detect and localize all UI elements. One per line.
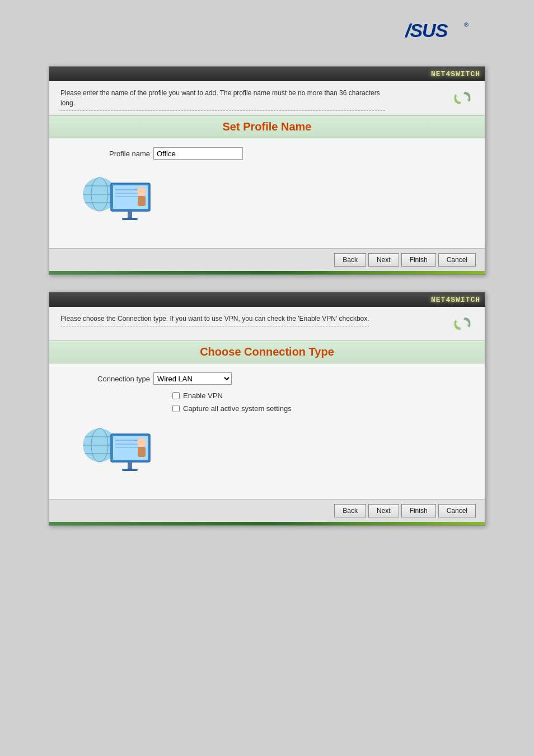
dialog1-section-header: Set Profile Name — [49, 115, 485, 138]
connection-type-row: Connection type Wired LAN Wireless LAN 3… — [60, 372, 474, 385]
titlebar-2-text: NET4SWITCH — [431, 296, 480, 304]
dialog2-instruction: Please choose the Connection type. If yo… — [60, 314, 369, 326]
dialog1-buttons: Back Next Finish Cancel — [49, 248, 485, 271]
dialog1-icon-corner — [451, 88, 474, 108]
cancel-button-2[interactable]: Cancel — [438, 504, 476, 517]
dialog2-icon-corner — [451, 314, 474, 334]
capture-settings-label: Capture all active system settings — [183, 404, 292, 413]
connection-type-select[interactable]: Wired LAN Wireless LAN 3G/GPRS — [153, 372, 232, 385]
dialog2-bottom-stripe — [49, 522, 485, 525]
svg-rect-28 — [122, 469, 138, 471]
enable-vpn-checkbox[interactable] — [172, 392, 180, 399]
cancel-button-1[interactable]: Cancel — [438, 253, 476, 267]
finish-button-2[interactable]: Finish — [401, 504, 436, 517]
titlebar-2: NET4SWITCH — [49, 292, 485, 307]
dialog2-section-title: Choose Connection Type — [200, 346, 334, 358]
svg-point-29 — [137, 438, 146, 447]
svg-rect-24 — [115, 440, 138, 441]
svg-rect-30 — [138, 447, 146, 457]
dialog-set-profile: NET4SWITCH Please enter the name of the … — [49, 66, 485, 275]
svg-rect-13 — [128, 211, 132, 218]
finish-button-1[interactable]: Finish — [401, 253, 436, 267]
svg-text:®: ® — [464, 21, 469, 28]
illustration-area-1 — [72, 166, 462, 239]
dialog2-top-area: Please choose the Connection type. If yo… — [49, 307, 485, 340]
next-button-1[interactable]: Next — [368, 253, 399, 267]
dialog1-bottom-stripe — [49, 271, 485, 274]
dialog2-section-header: Choose Connection Type — [49, 340, 485, 363]
svg-rect-16 — [138, 196, 146, 206]
profile-name-input[interactable] — [153, 147, 243, 160]
profile-name-row: Profile name — [60, 147, 474, 160]
dialog-choose-connection: NET4SWITCH Please choose the Connection … — [49, 292, 485, 526]
back-button-2[interactable]: Back — [334, 504, 366, 517]
next-button-2[interactable]: Next — [368, 504, 399, 517]
refresh-icon — [453, 90, 471, 106]
asus-logo: /SUS / ® — [405, 17, 478, 44]
dialog1-section-title: Set Profile Name — [223, 120, 312, 133]
titlebar-1-text: NET4SWITCH — [431, 70, 480, 78]
dialog1-form-area: Profile name — [49, 138, 485, 248]
dialog1-top-area: Please enter the name of the profile you… — [49, 81, 485, 115]
enable-vpn-label: Enable VPN — [183, 391, 223, 400]
capture-settings-row: Capture all active system settings — [60, 404, 474, 413]
illustration-area-2 — [72, 417, 462, 490]
svg-rect-12 — [115, 196, 140, 197]
enable-vpn-row: Enable VPN — [60, 391, 474, 400]
page-wrapper: /SUS / ® NET4SWITCH Please enter the nam… — [0, 11, 534, 548]
refresh-icon-2 — [453, 315, 471, 332]
dialog1-instruction: Please enter the name of the profile you… — [60, 88, 385, 111]
svg-text:/SUS: /SUS — [405, 20, 448, 41]
svg-rect-10 — [115, 189, 138, 190]
back-button-1[interactable]: Back — [334, 253, 366, 267]
connection-type-label: Connection type — [83, 375, 150, 383]
capture-settings-checkbox[interactable] — [172, 405, 180, 412]
svg-point-15 — [137, 187, 146, 196]
svg-rect-14 — [122, 218, 138, 220]
computer-illustration-1 — [77, 172, 167, 234]
dialog2-buttons: Back Next Finish Cancel — [49, 499, 485, 522]
profile-name-label: Profile name — [83, 150, 150, 158]
svg-rect-27 — [128, 462, 132, 469]
dialog2-form-area: Connection type Wired LAN Wireless LAN 3… — [49, 363, 485, 499]
computer-illustration-2 — [77, 423, 167, 484]
titlebar-1: NET4SWITCH — [49, 67, 485, 81]
svg-rect-26 — [115, 447, 140, 448]
